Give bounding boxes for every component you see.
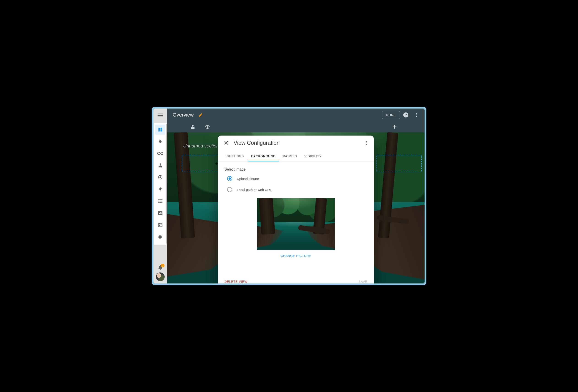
save-button[interactable]: SAVE <box>358 280 367 284</box>
svg-rect-2 <box>157 117 163 117</box>
tab-background[interactable]: BACKGROUND <box>247 151 279 161</box>
sidebar-item-integrations[interactable] <box>155 148 165 158</box>
bolt-icon <box>158 187 162 192</box>
hamburger-icon <box>157 113 163 118</box>
tab-visibility[interactable]: VISIBILITY <box>301 151 325 161</box>
menu-button[interactable] <box>155 110 166 121</box>
sidebar-item-device[interactable] <box>155 232 165 242</box>
change-picture-button[interactable]: CHANGE PICTURE <box>281 254 311 258</box>
done-button[interactable]: DONE <box>382 111 400 119</box>
help-button[interactable]: ? <box>401 110 410 120</box>
bar-chart-icon <box>158 210 163 215</box>
gift-icon <box>205 124 210 129</box>
option-upload-label: Upload picture <box>237 177 259 181</box>
app-shell: 2 Overview DONE ? <box>153 108 425 284</box>
share-up-icon <box>190 124 195 129</box>
svg-point-8 <box>160 177 161 178</box>
delete-view-button[interactable]: DELETE VIEW <box>224 280 247 284</box>
sidebar-item-stats[interactable] <box>155 208 165 218</box>
svg-rect-14 <box>159 202 162 203</box>
sidebar-item-list[interactable] <box>155 196 165 206</box>
dashboard-content: Unnamed section View Configuration <box>167 132 425 284</box>
plus-icon <box>392 124 397 129</box>
section-title: Unnamed section <box>183 143 219 148</box>
tab-share[interactable] <box>190 124 195 130</box>
svg-point-24 <box>416 113 417 114</box>
svg-point-26 <box>416 116 417 117</box>
notification-badge: 2 <box>161 264 164 267</box>
sidebar-item-energy[interactable] <box>155 184 165 194</box>
radio-url[interactable] <box>227 187 232 192</box>
close-button[interactable] <box>223 140 230 146</box>
svg-point-33 <box>366 144 367 145</box>
top-bar: Overview DONE ? <box>167 108 425 121</box>
svg-point-9 <box>158 199 159 200</box>
list-icon <box>158 198 163 203</box>
dialog-overflow-button[interactable] <box>364 140 369 146</box>
svg-point-32 <box>366 143 367 143</box>
gear-head-icon <box>158 175 163 180</box>
sidebar-bottom: 2 <box>153 265 167 284</box>
svg-rect-10 <box>159 199 162 200</box>
close-icon <box>224 140 229 146</box>
svg-rect-21 <box>159 236 162 238</box>
dialog-title: View Configuration <box>234 140 280 146</box>
view-tab-bar <box>167 121 425 132</box>
sidebar-item-calendar[interactable] <box>155 220 165 230</box>
preview-wrap: CHANGE PICTURE <box>224 198 367 258</box>
svg-rect-17 <box>160 212 161 214</box>
sidebar-item-dashboard[interactable] <box>155 125 165 135</box>
svg-rect-1 <box>157 115 163 116</box>
option-url-label: Local path or web URL <box>237 188 272 192</box>
help-icon: ? <box>403 112 409 118</box>
chip-icon <box>158 234 163 239</box>
dialog-header: View Configuration <box>218 136 374 148</box>
more-vert-icon <box>364 140 369 146</box>
svg-point-25 <box>416 114 417 115</box>
svg-rect-20 <box>159 225 160 226</box>
sidebar: 2 <box>153 108 167 284</box>
option-upload-row[interactable]: Upload picture <box>227 176 367 181</box>
svg-rect-30 <box>393 127 397 127</box>
dialog-body: Select image Upload picture Local path o… <box>218 161 374 275</box>
edit-title-button[interactable] <box>198 113 203 117</box>
dialog-footer: DELETE VIEW SAVE <box>218 275 374 284</box>
overflow-button[interactable] <box>412 110 421 120</box>
svg-rect-12 <box>159 201 162 201</box>
main-area: Overview DONE ? <box>167 108 425 284</box>
select-image-label: Select image <box>224 167 367 172</box>
drop-zone-left[interactable] <box>182 155 221 172</box>
sidebar-item-debug[interactable] <box>155 137 165 147</box>
notifications-button[interactable]: 2 <box>157 265 163 270</box>
tab-settings[interactable]: SETTINGS <box>223 151 247 161</box>
calendar-icon <box>158 222 163 227</box>
view-config-dialog: View Configuration SETTINGS BACKGROUND B… <box>218 136 374 284</box>
svg-rect-3 <box>158 128 160 130</box>
svg-point-31 <box>366 141 367 142</box>
option-url-row[interactable]: Local path or web URL <box>227 187 367 192</box>
bug-icon <box>158 139 163 144</box>
svg-rect-0 <box>157 114 163 114</box>
page-title: Overview <box>173 112 194 118</box>
svg-rect-16 <box>159 213 160 214</box>
svg-point-13 <box>158 202 159 203</box>
image-preview <box>257 198 335 250</box>
sidebar-nav <box>154 123 167 245</box>
svg-rect-5 <box>160 129 162 131</box>
avatar[interactable] <box>156 272 165 281</box>
dashboard-icon <box>158 127 163 132</box>
sidebar-item-share[interactable] <box>155 160 165 170</box>
app-frame: 2 Overview DONE ? <box>152 107 426 285</box>
infinity-icon <box>157 151 163 156</box>
tab-gift[interactable] <box>205 124 210 130</box>
radio-upload[interactable] <box>227 176 232 181</box>
more-vert-icon <box>414 112 419 118</box>
svg-text:?: ? <box>405 113 407 117</box>
drop-zone-right[interactable] <box>376 155 422 172</box>
dialog-tabs: SETTINGS BACKGROUND BADGES VISIBILITY <box>218 151 374 161</box>
svg-point-11 <box>158 200 159 201</box>
tab-badges[interactable]: BADGES <box>279 151 301 161</box>
share-up-icon <box>158 163 163 168</box>
sidebar-item-automation[interactable] <box>155 172 165 182</box>
add-view-button[interactable] <box>392 124 397 129</box>
